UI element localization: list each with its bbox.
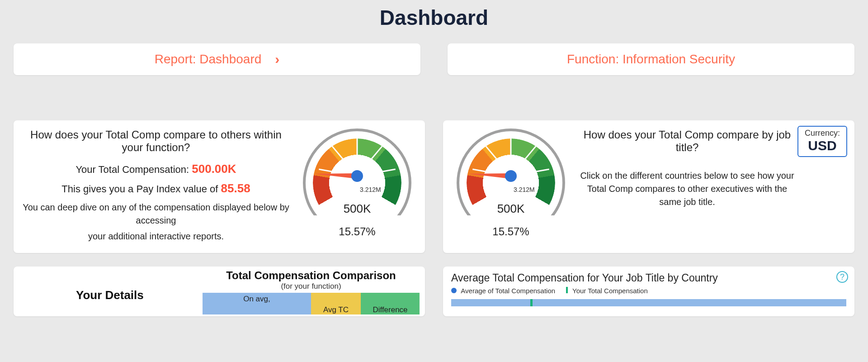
card-compare-title: 3.212M 500K 15.57% How does your Total C… <box>443 120 854 253</box>
gauge-function: 3.212M 500K 15.57% <box>298 129 416 243</box>
report-selector[interactable]: Report: Dashboard › <box>14 43 420 75</box>
card-function-body2: your additional interactive reports. <box>23 230 289 243</box>
function-selector-label: Function: Information Security <box>567 52 735 67</box>
tcc-header-row: On avg, Avg TC Difference <box>203 293 420 314</box>
currency-selector[interactable]: Currency: USD <box>797 126 847 157</box>
tcc-col-avgtc: Avg TC <box>311 293 361 314</box>
gauge-center-value: 500K <box>457 202 565 216</box>
gauge-percent: 15.57% <box>452 225 570 238</box>
tcc-title: Total Compensation Comparison <box>203 269 420 282</box>
chart-legend: Average of Total Compensation Your Total… <box>451 287 846 295</box>
dot-icon <box>451 288 457 293</box>
card-compare-function: How does your Total Comp compare to othe… <box>14 120 425 253</box>
gauge-center-value: 500K <box>303 202 411 216</box>
top-selectors: Report: Dashboard › Function: Informatio… <box>0 43 868 75</box>
tcc-col-onavg: On avg, <box>203 293 311 314</box>
currency-label: Currency: <box>805 129 840 138</box>
gauge-percent: 15.57% <box>298 225 416 238</box>
gauge-hub-icon <box>351 170 363 182</box>
function-selector[interactable]: Function: Information Security <box>448 43 854 75</box>
gauge-title: 3.212M 500K 15.57% <box>452 129 570 243</box>
comp-value: 500.00K <box>192 162 236 176</box>
legend2-label: Your Total Compensation <box>572 287 648 295</box>
card-function-text: How does your Total Comp compare to othe… <box>23 129 289 243</box>
gauge-cards-row: How does your Total Comp compare to othe… <box>0 120 868 253</box>
card-function-body1: You can deep dive on any of the compensa… <box>23 201 289 227</box>
payindex-value: 85.58 <box>221 181 250 195</box>
card-function-heading: How does your Total Comp compare to othe… <box>23 129 289 154</box>
payindex-label: This gives you a Pay Index value of <box>61 183 218 195</box>
chevron-right-icon: › <box>275 52 279 67</box>
card-avg-by-country: ? Average Total Compensation for Your Jo… <box>443 267 854 316</box>
legend-item-your[interactable]: Your Total Compensation <box>566 287 648 295</box>
avg-by-country-title: Average Total Compensation for Your Job … <box>451 272 846 284</box>
gauge-max: 3.212M <box>360 186 381 193</box>
tcc-block: Total Compensation Comparison (for your … <box>203 269 420 314</box>
legend-item-avg[interactable]: Average of Total Compensation <box>451 287 555 295</box>
card-your-details: Your Details Total Compensation Comparis… <box>14 267 425 316</box>
page-title: Dashboard <box>0 0 868 43</box>
details-row: Your Details Total Compensation Comparis… <box>0 267 868 316</box>
tcc-col-difference: Difference <box>361 293 420 314</box>
tcc-sub: (for your function) <box>203 282 420 291</box>
bar-icon <box>566 287 568 293</box>
report-selector-label: Report: Dashboard <box>155 52 262 67</box>
currency-value: USD <box>805 138 840 153</box>
card-title-body: Click on the different countries below t… <box>579 169 796 209</box>
help-icon[interactable]: ? <box>836 271 848 283</box>
legend1-label: Average of Total Compensation <box>461 287 555 295</box>
gauge-max: 3.212M <box>514 186 535 193</box>
country-chart[interactable] <box>451 299 846 306</box>
card-title-heading: How does your Total Comp compare by job … <box>579 129 796 154</box>
comp-label: Your Total Compensation: <box>75 164 189 175</box>
gauge-hub-icon <box>505 170 517 182</box>
